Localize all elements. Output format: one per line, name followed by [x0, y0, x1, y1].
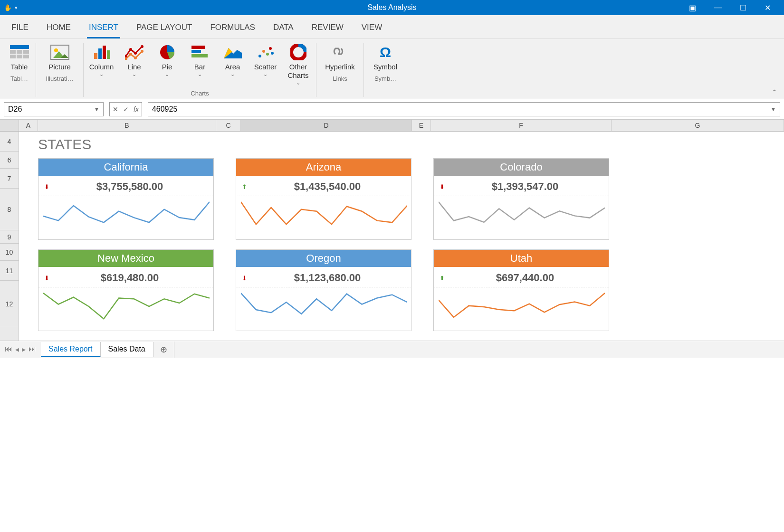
touch-mode-icon[interactable]: ✋ [4, 4, 12, 11]
sheet-tab-sales-data[interactable]: Sales Data [101, 342, 153, 357]
formula-input[interactable]: 460925 ▼ [148, 102, 780, 116]
svg-point-20 [129, 53, 132, 56]
cards-row: New Mexico⬇$619,480.00Oregon⬇$1,123,680.… [38, 249, 618, 331]
first-sheet-icon[interactable]: ⏮ [5, 345, 12, 354]
svg-point-32 [269, 47, 272, 50]
card-title: New Mexico [38, 250, 213, 267]
svg-rect-11 [94, 53, 97, 59]
sheet-content[interactable]: STATES California⬇$3,755,580.00Arizona⬆$… [19, 132, 618, 341]
row-header-4[interactable]: 4 [0, 132, 19, 152]
bar-chart-button[interactable]: Bar ⌄ [187, 43, 213, 86]
svg-point-21 [134, 57, 137, 59]
table-button[interactable]: Table [8, 43, 31, 71]
fx-icon[interactable]: fx [134, 105, 139, 113]
svg-rect-5 [17, 55, 22, 58]
formula-value: 460925 [152, 105, 177, 114]
col-header-A[interactable]: A [19, 120, 38, 131]
sheet-nav: ⏮ ◂ ▸ ⏭ [0, 345, 41, 354]
row-header-10[interactable]: 10 [0, 244, 19, 261]
svg-rect-3 [23, 50, 29, 54]
cancel-formula-icon[interactable]: ✕ [113, 105, 118, 113]
col-header-G[interactable]: G [612, 120, 784, 131]
collapse-ribbon-icon[interactable]: ⌃ [772, 88, 777, 96]
quick-access-dropdown-icon[interactable]: ▾ [15, 5, 18, 11]
column-chart-button[interactable]: Column ⌄ [88, 43, 115, 86]
sparkline [434, 196, 609, 239]
row-header-12[interactable]: 12 [0, 281, 19, 327]
states-heading: STATES [38, 136, 618, 152]
state-card-colorado: Colorado⬇$1,393,547.00 [433, 158, 609, 240]
close-icon[interactable]: ✕ [760, 1, 775, 14]
line-chart-button[interactable]: Line ⌄ [121, 43, 147, 86]
name-box[interactable]: D26 ▼ [4, 102, 104, 116]
line-chart-label: Line [127, 63, 141, 71]
select-all-corner[interactable] [0, 120, 19, 131]
col-header-C[interactable]: C [216, 120, 241, 131]
tab-insert[interactable]: INSERT [87, 20, 120, 38]
column-chart-label: Column [89, 63, 114, 71]
tab-review[interactable]: REVIEW [310, 20, 345, 38]
svg-point-8 [54, 48, 58, 52]
window-title: Sales Analysis [367, 3, 416, 12]
svg-point-16 [129, 48, 132, 51]
row-header-8[interactable]: 8 [0, 189, 19, 230]
other-charts-button[interactable]: Other Charts ⌄ [285, 43, 311, 86]
col-header-D[interactable]: D [241, 120, 412, 131]
col-header-E[interactable]: E [412, 120, 431, 131]
expand-formula-icon[interactable]: ▼ [771, 106, 776, 112]
line-chart-icon [125, 43, 144, 62]
scatter-chart-button[interactable]: Scatter ⌄ [252, 43, 278, 86]
card-title: Arizona [236, 159, 411, 176]
tab-home[interactable]: HOME [45, 20, 73, 38]
area-chart-label: Area [225, 63, 240, 71]
cell-reference: D26 [8, 105, 22, 114]
row-header-11[interactable]: 11 [0, 261, 19, 281]
tab-formulas[interactable]: FORMULAS [208, 20, 257, 38]
sparkline [38, 196, 213, 239]
accept-formula-icon[interactable]: ✓ [123, 105, 129, 113]
worksheet: ABCDEFG 46789101112 STATES California⬇$3… [0, 120, 784, 341]
pie-chart-icon [159, 43, 175, 62]
sheet-tab-sales-report[interactable]: Sales Report [41, 342, 101, 357]
svg-rect-13 [103, 46, 106, 59]
prev-sheet-icon[interactable]: ◂ [15, 345, 19, 354]
symbol-button[interactable]: Ω Symbol [369, 43, 402, 71]
hyperlink-button[interactable]: Hyperlink [321, 43, 359, 71]
chevron-down-icon: ⌄ [132, 71, 136, 77]
minimize-icon[interactable]: ― [709, 1, 727, 14]
ribbon-display-icon[interactable]: ▣ [684, 1, 701, 14]
last-sheet-icon[interactable]: ⏭ [29, 345, 36, 354]
next-sheet-icon[interactable]: ▸ [22, 345, 26, 354]
picture-label: Picture [48, 63, 71, 71]
picture-button[interactable]: Picture [43, 43, 77, 71]
maximize-icon[interactable]: ☐ [735, 1, 751, 14]
col-header-F[interactable]: F [431, 120, 612, 131]
row-header-6[interactable]: 6 [0, 152, 19, 169]
formula-bar: D26 ▼ ✕ ✓ fx 460925 ▼ [0, 99, 784, 120]
scatter-chart-icon [257, 43, 274, 62]
ribbon: FILEHOMEINSERTPAGE LAYOUTFORMULASDATAREV… [0, 15, 784, 99]
bar-chart-label: Bar [194, 63, 205, 71]
tab-page-layout[interactable]: PAGE LAYOUT [134, 20, 194, 38]
trend-up-icon: ⬆ [242, 183, 249, 190]
pie-chart-button[interactable]: Pie ⌄ [154, 43, 180, 86]
card-value-row: ⬇$1,123,680.00 [236, 267, 411, 287]
row-headers: 46789101112 [0, 132, 19, 341]
bar-chart-icon [191, 43, 209, 62]
row-header-7[interactable]: 7 [0, 169, 19, 189]
ribbon-groups: Table Tabl… Picture Illustrati… Colu [0, 38, 784, 99]
tab-file[interactable]: FILE [10, 20, 30, 38]
svg-rect-26 [191, 54, 208, 57]
other-charts-icon [290, 43, 306, 62]
group-illustrations: Picture Illustrati… [36, 43, 84, 97]
row-header-9[interactable]: 9 [0, 230, 19, 244]
tab-view[interactable]: VIEW [360, 20, 384, 38]
tab-data[interactable]: DATA [271, 20, 296, 38]
svg-rect-25 [191, 50, 201, 53]
add-sheet-button[interactable]: ⊕ [153, 342, 174, 358]
dropdown-icon[interactable]: ▼ [94, 106, 99, 112]
group-tables-label: Tabl… [8, 75, 31, 82]
area-chart-button[interactable]: Area ⌄ [220, 43, 246, 86]
trend-down-icon: ⬇ [242, 275, 249, 282]
col-header-B[interactable]: B [38, 120, 216, 131]
